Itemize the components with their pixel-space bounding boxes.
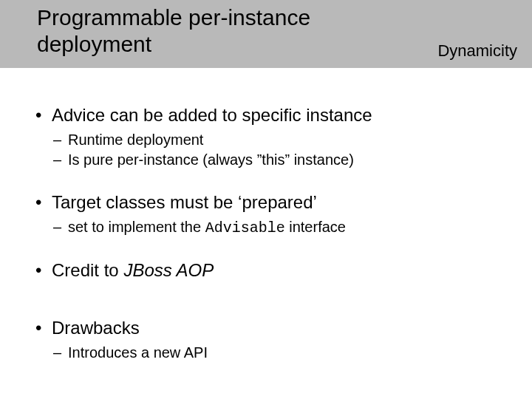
bullet-2-sub-1-b: interface: [285, 219, 346, 235]
slide-tag: Dynamicity: [437, 41, 517, 61]
slide-title: Programmable per-instance deployment: [37, 4, 355, 58]
bullet-2-sub-1-a: set to implement the: [68, 219, 205, 235]
slide-content: Advice can be added to specific instance…: [0, 68, 532, 378]
bullet-1-sub-1: Runtime deployment: [68, 130, 510, 150]
bullet-2: Target classes must be ‘prepared’: [52, 192, 510, 213]
bullet-2-sub-1: set to implement the Advisable interface: [68, 217, 510, 238]
bullet-4-sublist: Introduces a new API: [68, 343, 510, 363]
bullet-2-sublist: set to implement the Advisable interface: [68, 217, 510, 238]
bullet-3-b: JBoss AOP: [123, 260, 214, 280]
bullet-3: Credit to JBoss AOP: [52, 260, 510, 281]
bullet-1-sublist: Runtime deployment Is pure per-instance …: [68, 130, 510, 170]
bullet-1: Advice can be added to specific instance: [52, 105, 510, 126]
slide-header: Programmable per-instance deployment Dyn…: [0, 0, 532, 68]
bullet-2-sub-1-code: Advisable: [205, 219, 285, 236]
bullet-4: Drawbacks: [52, 318, 510, 338]
bullet-4-sub-1: Introduces a new API: [68, 343, 510, 363]
bullet-3-a: Credit to: [52, 260, 123, 280]
bullet-1-sub-2: Is pure per-instance (always ”this” inst…: [68, 150, 510, 170]
